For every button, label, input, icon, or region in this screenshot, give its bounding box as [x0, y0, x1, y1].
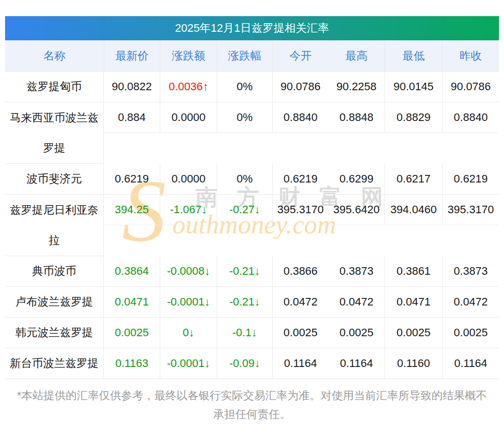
cell-change-pct: 0% — [217, 102, 272, 133]
cell-currency-name: 兹罗提尼日利亚奈拉 — [5, 195, 104, 256]
cell-high: 0.3873 — [329, 256, 385, 287]
cell-latest-price: 0.884 — [104, 102, 160, 133]
table-row: 韩元波兰兹罗提 0.0025 0↓ -0.1↓ 0.0025 0.0025 0.… — [5, 318, 499, 348]
header-high: 最高 — [329, 40, 385, 71]
exchange-rate-page: S 南方财富网 outhmoney.com 2025年12月1日兹罗提相关汇率 … — [0, 0, 504, 430]
cell-prev-close: 395.3170 — [442, 195, 499, 225]
cell-change-pct: -0.21↓ — [217, 287, 272, 318]
header-prev-close: 昨收 — [442, 40, 499, 71]
table-row: 兹罗提匈币 90.0822 0.0036↑ 0% 90.0786 90.2258… — [5, 72, 499, 102]
cell-prev-close: 0.0025 — [442, 318, 499, 348]
cell-low: 394.0460 — [385, 195, 442, 225]
cell-currency-name: 新台币波兰兹罗提 — [5, 348, 104, 379]
cell-currency-name: 韩元波兰兹罗提 — [5, 318, 104, 348]
cell-latest-price: 0.3864 — [104, 256, 160, 287]
table-title: 2025年12月1日兹罗提相关汇率 — [5, 16, 499, 40]
cell-change-amount: 0.0000 — [160, 102, 217, 133]
cell-change-pct: 0% — [217, 164, 272, 195]
cell-prev-close: 0.1164 — [442, 348, 499, 379]
cell-open: 0.0472 — [272, 287, 329, 318]
cell-low: 0.8829 — [385, 102, 442, 133]
cell-change-pct: -0.21↓ — [217, 256, 272, 287]
cell-open: 395.3170 — [272, 195, 329, 225]
table-row: 新台币波兰兹罗提 0.1163 -0.0001↓ -0.09↓ 0.1164 0… — [5, 348, 499, 379]
cell-open: 0.0025 — [272, 318, 329, 348]
header-low: 最低 — [385, 40, 442, 71]
cell-prev-close: 0.8840 — [442, 102, 499, 133]
cell-change-pct: 0% — [217, 72, 272, 102]
cell-high: 395.6420 — [329, 195, 385, 225]
cell-high: 0.1164 — [329, 348, 385, 379]
cell-open: 0.3866 — [272, 256, 329, 287]
cell-high: 90.2258 — [329, 72, 385, 102]
table-row: 典币波币 0.3864 -0.0008↓ -0.21↓ 0.3866 0.387… — [5, 256, 499, 287]
cell-high: 0.0025 — [329, 318, 385, 348]
header-name: 名称 — [5, 40, 104, 71]
cell-change-pct: -0.09↓ — [217, 348, 272, 379]
table-body: 兹罗提匈币 90.0822 0.0036↑ 0% 90.0786 90.2258… — [5, 72, 499, 379]
table-row: 卢布波兰兹罗提 0.0471 -0.0001↓ -0.21↓ 0.0472 0.… — [5, 287, 499, 318]
cell-low: 0.0025 — [385, 318, 442, 348]
cell-change-amount: 0.0036↑ — [160, 72, 217, 102]
cell-change-pct: -0.27↓ — [217, 195, 272, 225]
cell-high: 0.6299 — [329, 164, 385, 195]
cell-change-pct: -0.1↓ — [217, 318, 272, 348]
cell-change-amount: -0.0008↓ — [160, 256, 217, 287]
cell-latest-price: 0.6219 — [104, 164, 160, 195]
cell-open: 90.0786 — [272, 72, 329, 102]
header-change-pct: 涨跌幅 — [217, 40, 272, 71]
cell-latest-price: 0.0025 — [104, 318, 160, 348]
cell-prev-close: 0.6219 — [442, 164, 499, 195]
cell-low: 0.3861 — [385, 256, 442, 287]
cell-prev-close: 0.3873 — [442, 256, 499, 287]
disclaimer-text: *本站提供的汇率仅供参考，最终以各银行实际交易汇率为准。对使用当前汇率所导致的结… — [13, 386, 491, 423]
cell-high: 0.8848 — [329, 102, 385, 133]
cell-change-amount: 0.0000 — [160, 164, 217, 195]
cell-latest-price: 90.0822 — [104, 72, 160, 102]
cell-low: 0.1160 — [385, 348, 442, 379]
rates-table: 2025年12月1日兹罗提相关汇率 名称 最新价 涨跌额 涨跌幅 今开 最高 最… — [5, 16, 499, 379]
table-row: 马来西亚币波兰兹罗提 0.884 0.0000 0% 0.8840 0.8848… — [5, 102, 499, 164]
cell-latest-price: 0.0471 — [104, 287, 160, 318]
cell-low: 0.0471 — [385, 287, 442, 318]
cell-currency-name: 典币波币 — [5, 256, 104, 287]
header-latest: 最新价 — [104, 40, 160, 71]
cell-open: 0.8840 — [272, 102, 329, 133]
cell-currency-name: 马来西亚币波兰兹罗提 — [5, 102, 104, 164]
cell-prev-close: 90.0786 — [442, 72, 499, 102]
cell-currency-name: 卢布波兰兹罗提 — [5, 287, 104, 318]
cell-change-amount: -0.0001↓ — [160, 348, 217, 379]
cell-change-amount: -0.0001↓ — [160, 287, 217, 318]
cell-low: 90.0145 — [385, 72, 442, 102]
header-open: 今开 — [272, 40, 329, 71]
table-header-row: 名称 最新价 涨跌额 涨跌幅 今开 最高 最低 昨收 — [5, 40, 499, 72]
cell-change-amount: -1.067↓ — [160, 195, 217, 225]
cell-currency-name: 兹罗提匈币 — [5, 72, 104, 102]
table-row: 兹罗提尼日利亚奈拉 394.25 -1.067↓ -0.27↓ 395.3170… — [5, 195, 499, 256]
cell-currency-name: 波币斐济元 — [5, 164, 104, 195]
cell-high: 0.0472 — [329, 287, 385, 318]
cell-open: 0.1164 — [272, 348, 329, 379]
table-row: 波币斐济元 0.6219 0.0000 0% 0.6219 0.6299 0.6… — [5, 164, 499, 195]
cell-change-amount: 0↓ — [160, 318, 217, 348]
cell-prev-close: 0.0472 — [442, 287, 499, 318]
cell-open: 0.6219 — [272, 164, 329, 195]
cell-latest-price: 0.1163 — [104, 348, 160, 379]
header-change: 涨跌额 — [160, 40, 217, 71]
cell-low: 0.6217 — [385, 164, 442, 195]
cell-latest-price: 394.25 — [104, 195, 160, 225]
